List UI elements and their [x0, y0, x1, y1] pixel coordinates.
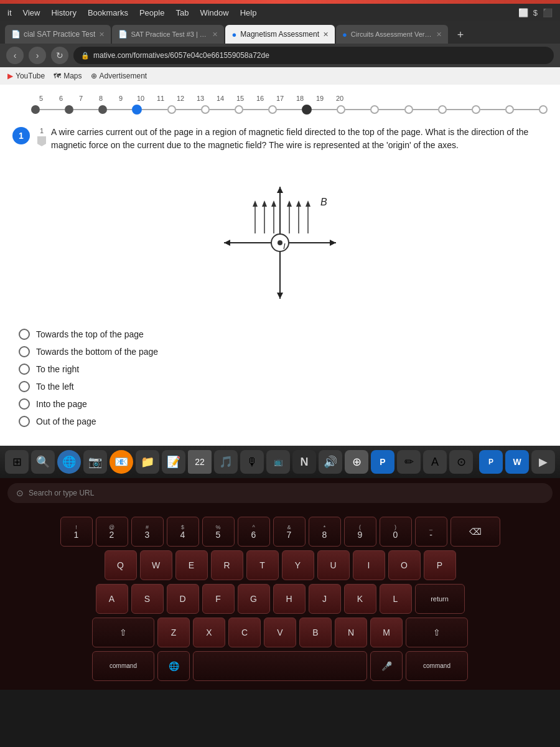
tab-close-3[interactable]: ✕ [323, 31, 329, 39]
answer-option-3[interactable]: To the right [19, 364, 548, 375]
key-d[interactable]: D [167, 584, 199, 614]
key-r[interactable]: R [211, 550, 243, 580]
key-c[interactable]: C [228, 618, 261, 647]
taskbar-right-play[interactable]: ▶ [531, 450, 555, 474]
key-l[interactable]: L [380, 584, 412, 614]
taskbar-icon-plus[interactable]: ⊕ [345, 450, 368, 474]
key-shift-right[interactable]: ⇧ [406, 618, 468, 647]
taskbar-icon-search[interactable]: 🔍 [31, 450, 55, 474]
tab-close-2[interactable]: ✕ [212, 31, 218, 39]
taskbar-icon-pen[interactable]: ✏ [397, 450, 421, 474]
dot-18[interactable] [472, 105, 480, 114]
key-x[interactable]: X [193, 618, 225, 647]
key-j[interactable]: J [309, 584, 341, 614]
key-5[interactable]: %5 [202, 517, 235, 547]
key-v[interactable]: V [264, 618, 296, 647]
key-shift-left[interactable]: ⇧ [92, 618, 154, 647]
dot-14[interactable] [337, 105, 345, 114]
taskbar-right-p[interactable]: P [479, 450, 503, 474]
key-s[interactable]: S [131, 584, 164, 614]
key-0[interactable]: )0 [380, 517, 412, 547]
key-t[interactable]: T [246, 550, 279, 580]
dot-20[interactable] [539, 105, 548, 114]
taskbar-icon-p[interactable]: P [371, 450, 394, 474]
key-g[interactable]: G [238, 584, 270, 614]
answer-option-6[interactable]: Out of the page [19, 416, 548, 427]
bookmark-youtube[interactable]: ▶ YouTube [7, 72, 45, 80]
taskbar-right-w[interactable]: W [505, 450, 529, 474]
address-bar[interactable]: 🔒 mative.com/formatives/6057e04c0e661559… [73, 47, 554, 64]
taskbar-icon-n[interactable]: N [292, 450, 316, 474]
key-f[interactable]: F [202, 584, 235, 614]
reload-button[interactable]: ↻ [51, 47, 68, 64]
key-6[interactable]: ^6 [238, 517, 270, 547]
answer-option-2[interactable]: Towards the bottom of the page [19, 346, 548, 357]
taskbar-icon-camera[interactable]: 📷 [83, 450, 107, 474]
key-h[interactable]: H [273, 584, 306, 614]
radio-3[interactable] [19, 364, 30, 375]
dot-19[interactable] [505, 105, 514, 114]
key-u[interactable]: U [317, 550, 350, 580]
key-n[interactable]: N [335, 618, 367, 647]
taskbar-icon-podcast[interactable]: 🎙 [240, 450, 264, 474]
key-minus[interactable]: _- [415, 517, 447, 547]
dot-11[interactable] [235, 105, 243, 114]
dot-6[interactable] [65, 105, 73, 114]
taskbar-icon-a[interactable]: A [423, 450, 447, 474]
key-2[interactable]: @2 [96, 517, 128, 547]
key-1[interactable]: !1 [60, 517, 93, 547]
menu-bookmarks[interactable]: Bookmarks [88, 8, 128, 17]
key-return[interactable]: return [415, 584, 465, 614]
key-emoji[interactable]: 🌐 [157, 651, 190, 681]
answer-option-5[interactable]: Into the page [19, 398, 548, 410]
menu-view[interactable]: View [23, 8, 40, 17]
bookmark-advertisement[interactable]: ⊕ Advertisement [91, 72, 147, 80]
tab-sat-practice[interactable]: 📄 cial SAT Practice Test ✕ [5, 25, 111, 44]
answer-option-1[interactable]: Towards the top of the page [19, 329, 548, 340]
menu-people[interactable]: People [139, 8, 164, 17]
back-button[interactable]: ‹ [6, 47, 24, 64]
taskbar-icon-music[interactable]: 🎵 [214, 450, 238, 474]
menu-tab[interactable]: Tab [175, 8, 189, 17]
menu-window[interactable]: Window [200, 8, 228, 17]
dot-13[interactable] [302, 105, 312, 115]
menu-help[interactable]: Help [240, 8, 257, 17]
key-z[interactable]: Z [157, 618, 190, 647]
key-w[interactable]: W [140, 550, 172, 580]
taskbar-icon-circle[interactable]: ⊙ [449, 450, 473, 474]
key-9[interactable]: (9 [344, 517, 376, 547]
taskbar-icon-chrome[interactable]: 🌐 [57, 450, 81, 474]
dot-9[interactable] [167, 105, 176, 114]
menu-history[interactable]: History [51, 8, 76, 17]
key-y[interactable]: Y [282, 550, 314, 580]
key-backspace[interactable]: ⌫ [450, 517, 500, 547]
key-command-left[interactable]: command [92, 651, 154, 681]
key-k[interactable]: K [344, 584, 376, 614]
bookmark-maps[interactable]: 🗺 Maps [54, 72, 82, 80]
key-command-right[interactable]: command [406, 651, 468, 681]
key-e[interactable]: E [175, 550, 208, 580]
radio-5[interactable] [19, 398, 30, 410]
radio-2[interactable] [19, 346, 30, 357]
key-a[interactable]: A [96, 584, 128, 614]
key-o[interactable]: O [388, 550, 421, 580]
taskbar-icon-notes[interactable]: 📝 [162, 450, 185, 474]
answer-option-4[interactable]: To the left [19, 381, 548, 392]
key-q[interactable]: Q [105, 550, 137, 580]
key-8[interactable]: *8 [309, 517, 341, 547]
key-4[interactable]: $4 [167, 517, 199, 547]
dot-5[interactable] [31, 105, 40, 114]
forward-button[interactable]: › [29, 47, 46, 64]
menu-it[interactable]: it [7, 8, 12, 17]
key-i[interactable]: I [353, 550, 385, 580]
dot-15[interactable] [370, 105, 379, 114]
tab-circuits[interactable]: ● Circuits Assessment Version D ✕ [336, 25, 448, 44]
dot-17[interactable] [438, 105, 447, 114]
dot-8[interactable] [132, 105, 142, 115]
dot-10[interactable] [201, 105, 210, 114]
key-p[interactable]: P [424, 550, 456, 580]
taskbar-icon-tv[interactable]: 📺 [266, 450, 290, 474]
tab-magnetism[interactable]: ● Magnetism Assessment ✕ [225, 25, 335, 44]
tab-close-1[interactable]: ✕ [99, 31, 105, 39]
key-space[interactable] [193, 651, 367, 681]
